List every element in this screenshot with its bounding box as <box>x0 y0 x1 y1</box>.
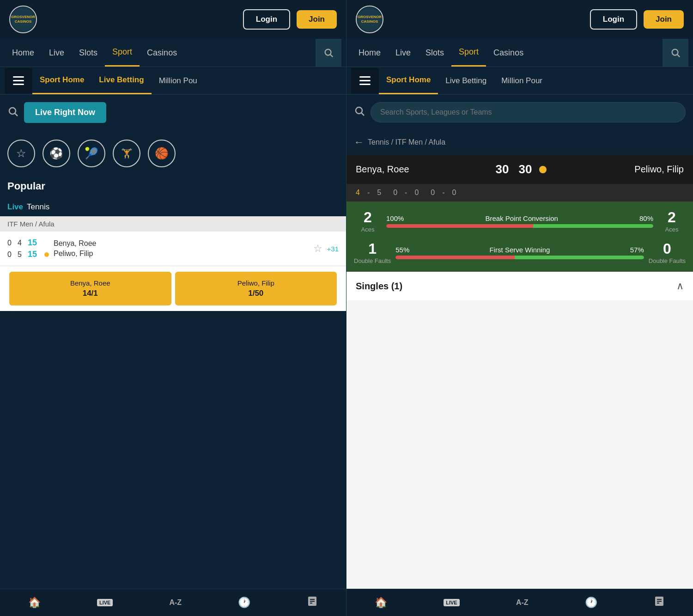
sport-icons-row: ☆ ⚽ 🎾 🏋 🏀 <box>0 130 346 177</box>
subnav-million-left[interactable]: Million Pou <box>152 68 205 94</box>
point-dash-1: - <box>442 189 444 197</box>
bottom-live-right[interactable]: LIVE <box>444 599 459 606</box>
search-row-right <box>346 95 693 130</box>
nav-slots-left[interactable]: Slots <box>72 40 105 66</box>
logo-left: GROSVENORCASINOS <box>9 6 37 33</box>
stat-aces-right-val: 2 <box>660 209 683 226</box>
set-score-p2: 5 <box>377 189 381 197</box>
nav-search-left[interactable] <box>316 39 341 67</box>
search-icon-left[interactable] <box>7 106 18 120</box>
stat-pct-left-2: 55% <box>395 246 409 254</box>
stats-panel: 2 Aces 100% Break Point Conversion 80% <box>346 201 693 272</box>
score-line-1: 0 4 15 <box>7 238 49 248</box>
sub-nav-right: Sport Home Live Betting Million Pour <box>346 67 693 95</box>
stat-row-aces: 2 Aces 100% Break Point Conversion 80% <box>354 209 686 233</box>
join-button-left[interactable]: Join <box>297 10 337 29</box>
set-score-p1: 4 <box>356 189 360 197</box>
bet-button-player2[interactable]: Peliwo, Filip 1/50 <box>175 272 337 305</box>
nav-home-right[interactable]: Home <box>351 40 388 66</box>
stat-bar-1 <box>386 224 653 228</box>
games1-player1: 4 <box>18 239 25 247</box>
sport-icon-basketball[interactable]: 🏀 <box>148 140 176 167</box>
subnav-sport-home-right[interactable]: Sport Home <box>379 67 438 94</box>
sport-icon-gym[interactable]: 🏋 <box>113 140 140 167</box>
home-icon-right: 🏠 <box>375 597 387 609</box>
serving-dot <box>44 252 49 257</box>
stat-bar-right-2 <box>515 256 644 259</box>
search-input-right[interactable] <box>371 102 686 122</box>
nav-home-left[interactable]: Home <box>5 40 42 66</box>
svg-point-0 <box>325 49 331 55</box>
subnav-sport-home-left[interactable]: Sport Home <box>32 67 91 94</box>
svg-line-9 <box>677 55 680 57</box>
breadcrumb-row: ← Tennis / ITF Men / Afula <box>346 130 693 155</box>
sport-icon-favorites[interactable]: ☆ <box>7 140 35 167</box>
join-button-right[interactable]: Join <box>644 10 684 29</box>
live-tennis-header: Live Tennis <box>0 198 346 216</box>
bottom-history-left[interactable]: 🕐 <box>238 597 250 609</box>
breadcrumb-back-button[interactable]: ← <box>354 136 364 148</box>
bottom-home-left[interactable]: 🏠 <box>28 597 41 609</box>
bottom-az-right[interactable]: A-Z <box>516 598 529 607</box>
nav-search-right[interactable] <box>663 39 688 67</box>
bottom-history-right[interactable]: 🕐 <box>585 597 597 609</box>
section-popular: Popular <box>0 177 346 198</box>
point-score-2: 0 <box>452 189 456 197</box>
player-column: Benya, Roee Peliwo, Filip <box>54 239 309 258</box>
nav-sport-right[interactable]: Sport <box>451 39 486 67</box>
nav-casinos-right[interactable]: Casinos <box>486 40 531 66</box>
nav-sport-left[interactable]: Sport <box>105 39 140 67</box>
live-score-player1: 15 <box>28 238 42 248</box>
subnav-million-right[interactable]: Million Pour <box>494 68 550 94</box>
bet-button-player1[interactable]: Benya, Roee 14/1 <box>9 272 171 305</box>
bet-player2-name: Peliwo, Filip <box>237 279 274 287</box>
subnav-live-betting-right[interactable]: Live Betting <box>438 68 494 94</box>
hamburger-left[interactable] <box>5 68 32 93</box>
player2-name: Peliwo, Filip <box>54 250 309 258</box>
favorite-button[interactable]: ☆ <box>313 243 322 255</box>
tennis-label: Tennis <box>27 202 49 212</box>
svg-line-11 <box>362 113 365 116</box>
nav-live-right[interactable]: Live <box>388 40 418 66</box>
sport-icon-soccer[interactable]: ⚽ <box>43 140 70 167</box>
bottom-betslip-left[interactable] <box>307 596 318 610</box>
az-icon: A-Z <box>169 598 182 607</box>
stat-bar-left-2 <box>395 256 515 259</box>
betslip-icon-right <box>654 596 665 610</box>
logo-right: GROSVENORCASINOS <box>356 6 383 33</box>
login-button-right[interactable]: Login <box>590 9 637 30</box>
bet-player1-odds: 14/1 <box>83 289 98 298</box>
hamburger-right[interactable] <box>351 68 379 93</box>
betslip-icon <box>307 596 318 610</box>
more-bets-button[interactable]: +31 <box>327 245 339 253</box>
bottom-betslip-right[interactable] <box>654 596 665 610</box>
game-score-1: 0 <box>393 189 397 197</box>
history-icon-right: 🕐 <box>585 597 597 609</box>
singles-header[interactable]: Singles (1) ∧ <box>346 272 693 300</box>
nav-casinos-left[interactable]: Casinos <box>140 40 184 66</box>
stat-bar-right-1 <box>533 224 653 228</box>
search-row-left: Live Right Now <box>0 95 346 130</box>
player1-name: Benya, Roee <box>54 239 309 248</box>
sport-icon-tennis[interactable]: 🎾 <box>78 140 105 167</box>
svg-point-2 <box>9 108 16 114</box>
search-icon-right[interactable] <box>354 105 365 119</box>
svg-point-10 <box>356 107 362 114</box>
scoreboard-score2: 30 <box>516 162 535 177</box>
bet-buttons-row: Benya, Roee 14/1 Peliwo, Filip 1/50 <box>0 266 346 311</box>
bottom-az-left[interactable]: A-Z <box>169 598 182 607</box>
stat-pct-right-1: 80% <box>639 214 653 222</box>
live-right-now-button[interactable]: Live Right Now <box>24 102 106 123</box>
set1-player2: 0 <box>7 250 15 259</box>
stat-df-right-label: Double Faults <box>649 257 686 264</box>
nav-slots-right[interactable]: Slots <box>418 40 451 66</box>
login-button-left[interactable]: Login <box>243 9 290 30</box>
subnav-live-betting-left[interactable]: Live Betting <box>91 67 151 94</box>
nav-live-left[interactable]: Live <box>42 40 72 66</box>
singles-chevron-icon: ∧ <box>676 280 684 292</box>
bottom-live-left[interactable]: LIVE <box>97 599 113 606</box>
game-score-2: 0 <box>414 189 419 197</box>
bottom-home-right[interactable]: 🏠 <box>375 597 387 609</box>
match-row[interactable]: 0 4 15 0 5 15 Benya, Roee Peliwo, Filip … <box>0 232 346 266</box>
scoreboard: Benya, Roee 30 30 Peliwo, Filip <box>346 155 693 184</box>
